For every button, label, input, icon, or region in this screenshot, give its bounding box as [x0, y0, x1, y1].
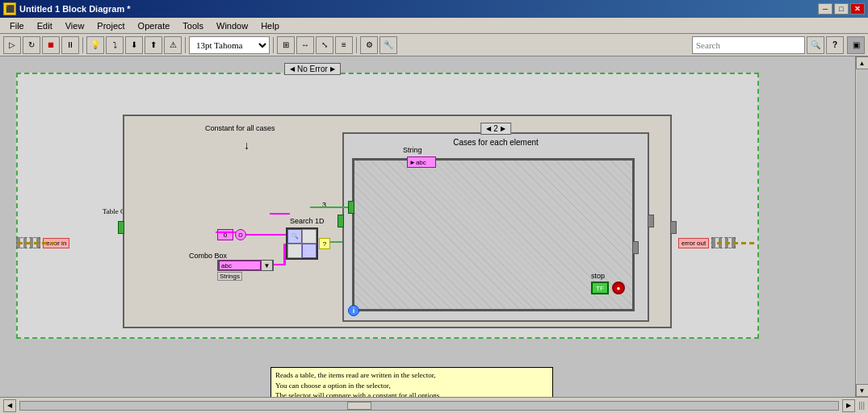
window-title: Untitled 1 Block Diagram *	[19, 4, 131, 14]
o-terminal: O	[235, 229, 246, 240]
menu-window[interactable]: Window	[210, 18, 254, 33]
menu-view[interactable]: View	[59, 18, 91, 33]
toolbar-pause[interactable]: ⏸	[61, 36, 79, 54]
scroll-right-arrow[interactable]: ▶	[842, 399, 855, 412]
toolbar-step-into[interactable]: ⬇	[125, 36, 143, 54]
toolbar-highlight[interactable]: 💡	[86, 36, 104, 54]
error-wire-right	[717, 242, 757, 244]
no-error-right-arrow[interactable]: ▶	[330, 65, 335, 73]
stop-area: stop TF ●	[591, 272, 625, 294]
toolbar-abort[interactable]: ⏹	[42, 36, 60, 54]
case-header[interactable]: ◀ 2 ▶	[480, 123, 511, 135]
maximize-button[interactable]: □	[834, 3, 849, 15]
inner-frame-left-terminal	[118, 221, 124, 234]
case-val-2: 2	[493, 124, 498, 133]
wire-val3	[310, 206, 348, 208]
scroll-thumb[interactable]	[347, 402, 371, 410]
toolbar-corner[interactable]: ▣	[847, 36, 865, 54]
title-bar: ⬛ Untitled 1 Block Diagram * ─ □ ✕	[0, 0, 868, 18]
error-wire-left	[18, 242, 58, 244]
toolbar-sep3	[273, 37, 274, 53]
search-input[interactable]	[692, 36, 805, 54]
menu-file[interactable]: File	[3, 18, 31, 33]
toolbar-step-over[interactable]: ⤵	[106, 36, 124, 54]
strings-label: Strings	[217, 272, 242, 281]
combo-box-block: abc ▼	[217, 260, 274, 271]
toolbar-step-out[interactable]: ⬆	[145, 36, 162, 54]
cases-for-each-label: Cases for each element	[453, 138, 539, 147]
main-area: ◀ No Error ▶ error in error out From	[0, 56, 868, 397]
down-arrow-icon: ↓	[244, 139, 249, 152]
menu-bar: File Edit View Project Operate Tools Win…	[0, 18, 868, 34]
menu-project[interactable]: Project	[90, 18, 131, 33]
menu-edit[interactable]: Edit	[31, 18, 59, 33]
title-bar-left: ⬛ Untitled 1 Block Diagram *	[3, 2, 131, 15]
outer-frame: ◀ No Error ▶ error in error out From	[16, 73, 759, 339]
case-left-terminal	[348, 201, 354, 214]
horizontal-scrollbar[interactable]	[19, 401, 839, 411]
toolbar-extra1[interactable]: ⚙	[360, 36, 378, 54]
scroll-track[interactable]	[857, 69, 868, 384]
no-error-left-arrow[interactable]: ◀	[290, 65, 295, 73]
stop-label: stop	[591, 272, 625, 280]
scroll-left-arrow[interactable]: ◀	[3, 399, 16, 412]
info-icon: i	[348, 305, 359, 316]
toolbar-sep4	[356, 37, 357, 53]
font-selector[interactable]: 13pt Tahoma	[189, 36, 270, 54]
minimize-button[interactable]: ─	[818, 3, 832, 15]
error-out-block: error out	[678, 238, 709, 248]
right-scrollbar[interactable]: ▲ ▼	[855, 56, 868, 397]
case-right-terminal	[632, 241, 639, 254]
toolbar-sep1	[82, 37, 83, 53]
combo-box-label: Combo Box	[189, 252, 227, 260]
toolbar-extra2[interactable]: 🔧	[379, 36, 397, 54]
toolbar-resize[interactable]: ⤡	[316, 36, 333, 54]
wire-v-combo-search	[283, 244, 286, 265]
case-right-arrow[interactable]: ▶	[501, 125, 505, 132]
toolbar-warn[interactable]: ⚠	[164, 36, 182, 54]
canvas[interactable]: ◀ No Error ▶ error in error out From	[0, 56, 868, 397]
menu-operate[interactable]: Operate	[132, 18, 177, 33]
search-1d-block: 🔍	[286, 227, 318, 260]
no-error-label: No Error	[297, 65, 328, 73]
toolbar-run[interactable]: ▷	[3, 36, 21, 54]
toolbar: ▷ ↻ ⏹ ⏸ 💡 ⤵ ⬇ ⬆ ⚠ 13pt Tahoma ⊞ ↔ ⤡ ≡ ⚙ …	[0, 34, 868, 56]
menu-tools[interactable]: Tools	[176, 18, 210, 33]
wire-0-to-search	[246, 234, 286, 236]
constant-label: Constant for all cases	[205, 124, 275, 132]
status-bar: ◀ ▶ |||	[0, 397, 868, 413]
question-terminal: ?	[319, 238, 330, 249]
inner-selector-frame: Constant for all cases ↓ 0 O Combo Box a…	[123, 115, 672, 328]
scroll-indicator: |||	[858, 401, 865, 410]
title-bar-controls[interactable]: ─ □ ✕	[818, 3, 865, 15]
string-label: String	[403, 146, 422, 154]
case-struct-right-terminal	[648, 215, 654, 227]
toolbar-sep2	[185, 37, 186, 53]
help-button[interactable]: ?	[826, 36, 844, 54]
wire-index-to-inner	[270, 213, 290, 215]
case-struct-left-terminal	[338, 215, 344, 227]
wire-search-to-case	[330, 241, 342, 243]
stop-button[interactable]: ●	[612, 282, 625, 294]
toolbar-align[interactable]: ⊞	[277, 36, 295, 54]
tooltip-bottom: Reads a table, the items read are writte…	[270, 367, 553, 397]
string-block: ►abc	[407, 156, 436, 168]
case-left-arrow[interactable]: ◀	[486, 125, 491, 132]
menu-help[interactable]: Help	[254, 18, 286, 33]
scroll-up-arrow[interactable]: ▲	[856, 56, 869, 69]
toolbar-run-cont[interactable]: ↻	[23, 36, 40, 54]
close-button[interactable]: ✕	[850, 3, 865, 15]
wire-combo-out	[216, 232, 236, 233]
no-error-selector[interactable]: ◀ No Error ▶	[284, 63, 341, 75]
app-icon: ⬛	[3, 2, 16, 15]
scroll-down-arrow[interactable]: ▼	[856, 384, 869, 397]
search-1d-label: Search 1D	[290, 217, 325, 225]
inner-frame-right-terminal	[670, 221, 677, 234]
search-button[interactable]: 🔍	[807, 36, 824, 54]
toolbar-dist[interactable]: ↔	[296, 36, 314, 54]
toolbar-order[interactable]: ≡	[335, 36, 353, 54]
stop-true-block: TF	[591, 282, 609, 294]
